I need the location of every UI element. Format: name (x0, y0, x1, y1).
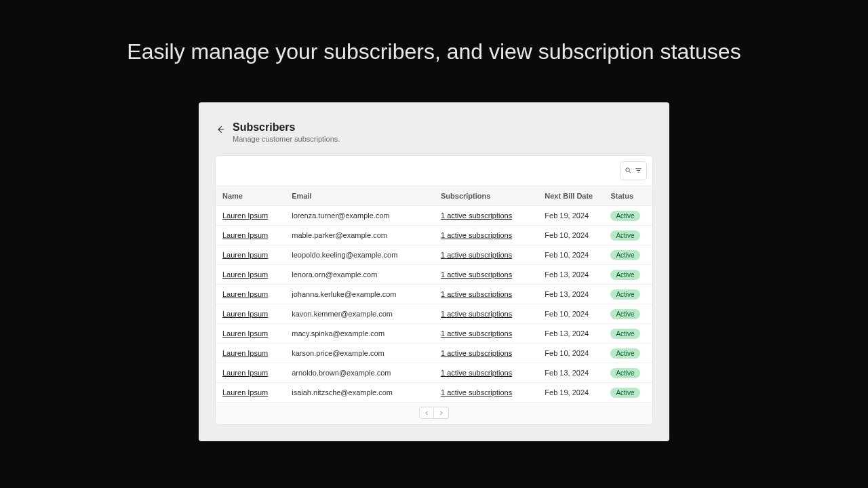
col-header-name[interactable]: Name (216, 186, 285, 206)
page-header: Subscribers Manage customer subscription… (215, 121, 653, 143)
col-header-subs[interactable]: Subscriptions (434, 186, 538, 206)
table-row: Lauren Ipsumkavon.kemmer@example.com1 ac… (216, 304, 652, 324)
subscriptions-link[interactable]: 1 active subscriptions (441, 231, 512, 239)
status-badge: Active (610, 250, 639, 260)
subscriptions-link[interactable]: 1 active subscriptions (441, 211, 512, 220)
subscriber-email: leopoldo.keeling@example.com (285, 245, 434, 265)
subscriber-name-link[interactable]: Lauren Ipsum (222, 349, 268, 357)
table-row: Lauren Ipsumlenora.orn@example.com1 acti… (216, 265, 652, 285)
next-bill-date: Feb 13, 2024 (538, 324, 604, 344)
status-badge: Active (610, 230, 639, 241)
filter-icon (635, 165, 642, 177)
table-row: Lauren Ipsumjohanna.kerluke@example.com1… (216, 285, 652, 304)
subscriptions-link[interactable]: 1 active subscriptions (441, 251, 512, 259)
table-row: Lauren Ipsummable.parker@example.com1 ac… (216, 226, 652, 245)
subscriptions-link[interactable]: 1 active subscriptions (441, 329, 512, 338)
col-header-email[interactable]: Email (285, 186, 434, 206)
table-row: Lauren Ipsumlorenza.turner@example.com1 … (216, 206, 652, 226)
table-row: Lauren Ipsumkarson.price@example.com1 ac… (216, 344, 652, 363)
status-badge: Active (610, 309, 639, 319)
subscriber-email: isaiah.nitzsche@example.com (285, 383, 434, 403)
col-header-date[interactable]: Next Bill Date (538, 186, 604, 206)
subscriber-name-link[interactable]: Lauren Ipsum (222, 251, 268, 259)
pagination (216, 403, 652, 424)
svg-point-0 (626, 168, 630, 172)
table-row: Lauren Ipsumisaiah.nitzsche@example.com1… (216, 383, 652, 403)
page-subtitle: Manage customer subscriptions. (233, 135, 340, 143)
table-row: Lauren Ipsumarnoldo.brown@example.com1 a… (216, 363, 652, 383)
search-icon (625, 165, 632, 177)
table-row: Lauren Ipsummacy.spinka@example.com1 act… (216, 324, 652, 344)
next-bill-date: Feb 10, 2024 (538, 304, 604, 324)
subscriber-email: johanna.kerluke@example.com (285, 285, 434, 304)
status-badge: Active (610, 211, 639, 221)
table-row: Lauren Ipsumleopoldo.keeling@example.com… (216, 245, 652, 265)
status-badge: Active (610, 289, 639, 300)
subscribers-card: Name Email Subscriptions Next Bill Date … (215, 155, 653, 425)
status-badge: Active (610, 329, 639, 339)
subscriber-name-link[interactable]: Lauren Ipsum (222, 329, 268, 338)
subscriber-name-link[interactable]: Lauren Ipsum (222, 270, 268, 279)
next-bill-date: Feb 19, 2024 (538, 383, 604, 403)
chevron-left-icon (424, 408, 430, 418)
status-badge: Active (610, 270, 639, 280)
app-panel: Subscribers Manage customer subscription… (199, 102, 669, 441)
subscriptions-link[interactable]: 1 active subscriptions (441, 369, 512, 377)
hero-headline: Easily manage your subscribers, and view… (0, 0, 868, 64)
subscriber-email: macy.spinka@example.com (285, 324, 434, 344)
subscriber-email: karson.price@example.com (285, 344, 434, 363)
subscriber-email: mable.parker@example.com (285, 226, 434, 245)
subscriptions-link[interactable]: 1 active subscriptions (441, 349, 512, 357)
subscribers-table: Name Email Subscriptions Next Bill Date … (216, 186, 652, 403)
subscriber-email: lorenza.turner@example.com (285, 206, 434, 226)
next-bill-date: Feb 13, 2024 (538, 285, 604, 304)
page-title: Subscribers (233, 121, 340, 134)
status-badge: Active (610, 348, 639, 359)
status-badge: Active (610, 368, 639, 378)
subscriber-email: lenora.orn@example.com (285, 265, 434, 285)
back-arrow-icon[interactable] (215, 124, 226, 135)
search-filter-button[interactable] (620, 161, 647, 180)
subscriber-name-link[interactable]: Lauren Ipsum (222, 231, 268, 239)
subscriber-name-link[interactable]: Lauren Ipsum (222, 310, 268, 318)
subscriber-name-link[interactable]: Lauren Ipsum (222, 369, 268, 377)
next-bill-date: Feb 10, 2024 (538, 245, 604, 265)
status-badge: Active (610, 388, 639, 398)
next-page-button[interactable] (434, 407, 449, 419)
next-bill-date: Feb 13, 2024 (538, 265, 604, 285)
next-bill-date: Feb 19, 2024 (538, 206, 604, 226)
subscriber-name-link[interactable]: Lauren Ipsum (222, 290, 268, 298)
subscriber-email: kavon.kemmer@example.com (285, 304, 434, 324)
next-bill-date: Feb 10, 2024 (538, 226, 604, 245)
subscriber-name-link[interactable]: Lauren Ipsum (222, 211, 268, 220)
next-bill-date: Feb 10, 2024 (538, 344, 604, 363)
card-toolbar (216, 156, 652, 186)
subscriber-email: arnoldo.brown@example.com (285, 363, 434, 383)
subscriptions-link[interactable]: 1 active subscriptions (441, 310, 512, 318)
col-header-status[interactable]: Status (604, 186, 652, 206)
subscriber-name-link[interactable]: Lauren Ipsum (222, 388, 268, 396)
prev-page-button[interactable] (419, 407, 434, 419)
chevron-right-icon (438, 408, 444, 418)
subscriptions-link[interactable]: 1 active subscriptions (441, 388, 512, 396)
next-bill-date: Feb 13, 2024 (538, 363, 604, 383)
subscriptions-link[interactable]: 1 active subscriptions (441, 270, 512, 279)
subscriptions-link[interactable]: 1 active subscriptions (441, 290, 512, 298)
